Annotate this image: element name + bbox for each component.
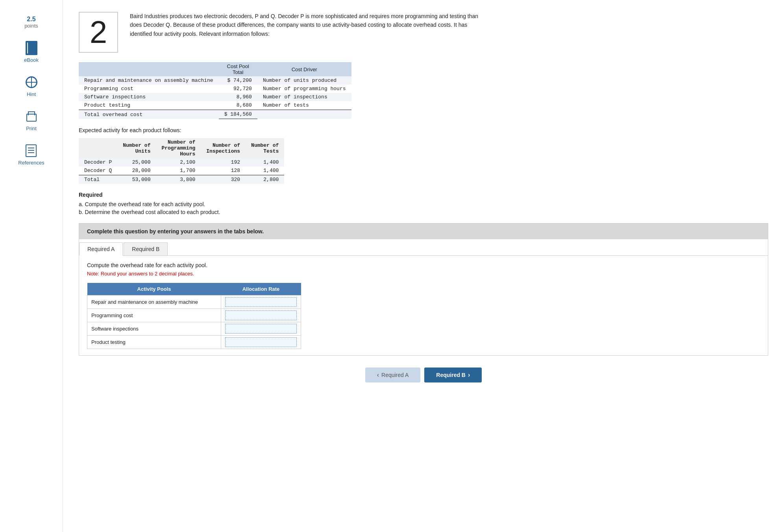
activity-inspections: 320 [201,175,246,184]
input-table-row: Product testing [87,336,301,349]
sidebar-item-ebook[interactable]: eBook [24,41,39,63]
prev-button[interactable]: ‹ Required A [365,368,421,382]
points-label: points [24,23,38,29]
next-label: Required B [436,372,466,378]
sidebar-item-print[interactable]: Print [24,109,39,131]
cost-pool-total: 8,680 [219,101,257,110]
chevron-right-icon: › [468,371,470,379]
activity-row: Decoder Q 28,000 1,700 128 1,400 [79,166,284,175]
hint-label: Hint [27,91,36,97]
input-table-row: Software inspections [87,322,301,336]
input-pool-name: Repair and maintenance on assembly machi… [87,296,221,309]
activity-product: Decoder P [79,158,117,166]
allocation-rate-input[interactable] [225,337,297,347]
activity-units: 53,000 [117,175,156,184]
bottom-nav: ‹ Required A Required B › [79,368,768,382]
act-col-units: Number ofUnits [117,138,156,158]
question-number: 2 [79,12,118,53]
globe-icon [26,76,37,88]
cost-pool-driver: Number of inspections [257,93,351,101]
tab-required-b[interactable]: Required B [124,242,168,255]
col-cost-driver-header: Cost Driver [257,62,351,76]
required-heading: Required [79,192,768,198]
cost-pool-driver: Number of programming hours [257,85,351,93]
activity-tests: 1,400 [246,166,284,175]
input-col-rate-header: Allocation Rate [221,283,301,296]
cost-pool-total: 8,960 [219,93,257,101]
activity-table-wrap: Number ofUnits Number ofProgrammingHours… [79,138,768,184]
tab-instruction: Compute the overhead rate for each activ… [87,262,760,268]
act-col-tests: Number ofTests [246,138,284,158]
cost-pool-table-wrap: Cost PoolTotal Cost Driver Repair and ma… [79,62,768,119]
expected-activity-intro: Expected activity for each product follo… [79,127,768,133]
answer-box: Complete this question by entering your … [79,223,768,356]
input-pool-name: Software inspections [87,322,221,336]
tab-content-required-a: Compute the overhead rate for each activ… [79,256,768,355]
print-label: Print [26,126,37,131]
cost-pool-total: 92,720 [219,85,257,93]
col-activity-pools-header [79,62,219,76]
cost-pool-activity: Repair and maintenance on assembly machi… [79,76,219,85]
cost-pool-table: Cost PoolTotal Cost Driver Repair and ma… [79,62,351,119]
question-header: 2 Baird Industries produces two electron… [79,12,768,53]
input-rate-cell[interactable] [221,322,301,336]
act-col-hours: Number ofProgrammingHours [156,138,201,158]
cost-pool-activity: Product testing [79,101,219,110]
activity-tests: 1,400 [246,158,284,166]
input-rate-cell[interactable] [221,309,301,322]
activity-hours: 3,800 [156,175,201,184]
allocation-rate-input[interactable] [225,297,297,307]
cost-pool-row: Product testing 8,680 Number of tests [79,101,351,110]
sidebar: 2.5 points eBook Hint Print Refere [0,0,63,532]
activity-units: 28,000 [117,166,156,175]
tab-note: Note: Round your answers to 2 decimal pl… [87,271,760,277]
references-icon [26,144,37,157]
activity-product: Decoder Q [79,166,117,175]
activity-row: Decoder P 25,000 2,100 192 1,400 [79,158,284,166]
required-part-b: b. Determine the overhead cost allocated… [79,209,768,215]
cost-pool-activity: Programming cost [79,85,219,93]
references-label: References [18,160,44,166]
input-rate-cell[interactable] [221,336,301,349]
activity-hours: 1,700 [156,166,201,175]
sidebar-item-hint[interactable]: Hint [24,75,39,97]
cost-pool-total: $ 74,200 [219,76,257,85]
act-col-product [79,138,117,158]
cost-pool-total-label: Total overhead cost [79,110,219,119]
input-pool-name: Product testing [87,336,221,349]
question-text: Baird Industries produces two electronic… [130,12,484,38]
tabs-row: Required A Required B [79,239,768,256]
main-content: 2 Baird Industries produces two electron… [63,0,784,532]
required-section: Required a. Compute the overhead rate fo… [79,192,768,215]
allocation-rate-input[interactable] [225,324,297,334]
chevron-left-icon: ‹ [377,371,379,379]
act-col-inspections: Number ofInspections [201,138,246,158]
book-icon [26,41,37,55]
cost-pool-row: Repair and maintenance on assembly machi… [79,76,351,85]
prev-label: Required A [381,372,409,378]
activity-tests: 2,800 [246,175,284,184]
cost-pool-total-driver-empty [257,110,351,119]
tab-required-a[interactable]: Required A [79,242,123,256]
points-display: 2.5 points [24,16,38,29]
cost-pool-row: Programming cost 92,720 Number of progra… [79,85,351,93]
activity-inspections: 128 [201,166,246,175]
input-rate-cell[interactable] [221,296,301,309]
required-part-a: a. Compute the overhead rate for each ac… [79,201,768,207]
sidebar-item-references[interactable]: References [18,143,44,166]
cost-pool-total-value: $ 184,560 [219,110,257,119]
activity-hours: 2,100 [156,158,201,166]
cost-pool-total-row: Total overhead cost $ 184,560 [79,110,351,119]
answer-box-header: Complete this question by entering your … [79,224,768,239]
input-pool-name: Programming cost [87,309,221,322]
next-button[interactable]: Required B › [424,368,482,382]
allocation-rate-input[interactable] [225,310,297,320]
activity-inspections: 192 [201,158,246,166]
print-icon [26,111,37,122]
cost-pool-driver: Number of tests [257,101,351,110]
activity-product: Total [79,175,117,184]
cost-pool-activity: Software inspections [79,93,219,101]
activity-table: Number ofUnits Number ofProgrammingHours… [79,138,284,184]
col-cost-pool-header: Cost PoolTotal [219,62,257,76]
activity-row: Total 53,000 3,800 320 2,800 [79,175,284,184]
